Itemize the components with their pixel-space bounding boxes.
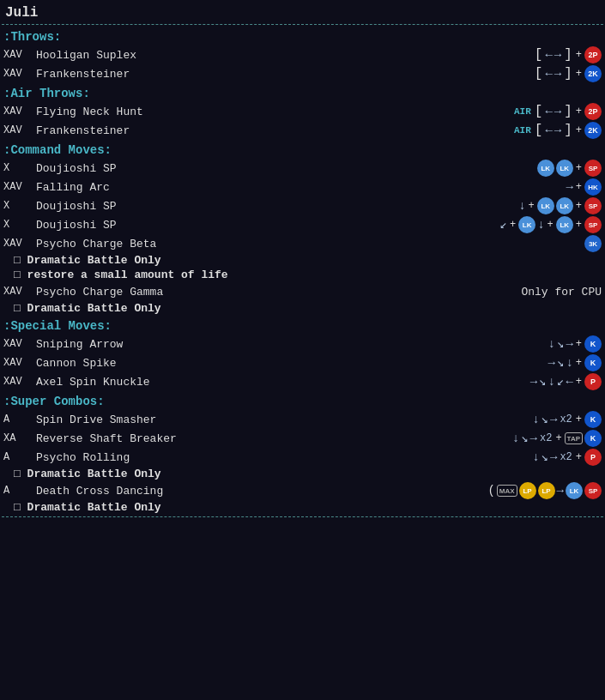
arrow-downright: ↘ (557, 338, 564, 350)
plus-sign: + (576, 338, 582, 350)
move-name: Doujioshi SP (36, 200, 518, 213)
bracket-close: ] (564, 66, 572, 81)
arrow-down: ↓ (548, 338, 555, 350)
top-divider (2, 24, 603, 25)
section-special-moves: :Special Moves: (2, 316, 603, 335)
move-sniping-arrow: XAV Sniping Arrow ↓ ↘ → + K (2, 335, 603, 353)
section-command-moves: :Command Moves: (2, 140, 603, 159)
arrow-left: ← (566, 376, 572, 388)
move-doujioshi-3: X Doujioshi SP ↙ + LK ↓ + LK + SP (2, 215, 603, 234)
btn-lk: LK (566, 482, 583, 499)
plus-sign: + (510, 219, 516, 231)
move-version: X (3, 200, 36, 212)
move-cannon-spike: XAV Cannon Spike → ↘ ↓ + K (2, 353, 603, 372)
move-version: XAV (3, 376, 36, 388)
bracket-open: [ (535, 123, 543, 138)
move-frankensteiner-1: XAV Frankensteiner [ ← → ] + 2K (2, 64, 603, 83)
note-dramatic-2: □ Dramatic Battle Only (2, 301, 603, 316)
move-flying-neck-hunt: XAV Flying Neck Hunt AIR [ ← → ] + 2P (2, 102, 603, 121)
move-inputs: AIR [ ← → ] + 2K (514, 122, 602, 139)
btn-max: MAX (497, 485, 517, 497)
move-inputs: LK LK + SP (537, 160, 602, 177)
btn-p: P (584, 449, 602, 466)
air-badge: AIR (514, 125, 531, 136)
move-inputs: ↙ + LK ↓ + LK + SP (500, 216, 602, 233)
btn-lp: LP (519, 482, 536, 499)
move-spin-drive-smasher: A Spin Drive Smasher ↓ ↘ → x2 + K (2, 410, 603, 429)
move-inputs: [ ← → ] + 2P (534, 46, 602, 63)
arrow-downright: ↘ (539, 376, 546, 388)
btn-2k: 2K (584, 122, 602, 139)
move-inputs: ( MAX LP LP → LK SP (487, 482, 602, 499)
note-dramatic-4: □ Dramatic Battle Only (2, 500, 603, 515)
btn-tap: TAP (565, 432, 583, 444)
btn-lk: LK (537, 160, 554, 177)
note-restore: □ restore a small amount of life (2, 268, 603, 282)
char-title: Juli (2, 3, 603, 22)
btn-k: K (584, 430, 602, 447)
plus-sign: + (576, 124, 582, 136)
bottom-divider (2, 516, 603, 517)
btn-sp: SP (584, 197, 602, 214)
air-badge: AIR (514, 106, 531, 117)
arrow-down: ↓ (532, 413, 539, 425)
move-name: Cannon Spike (36, 357, 548, 370)
x2-text: x2 (560, 451, 572, 463)
move-frankensteiner-air: XAV Frankensteiner AIR [ ← → ] + 2K (2, 121, 603, 140)
plus-sign: + (576, 357, 582, 369)
btn-hk: HK (584, 178, 602, 196)
move-name: Flying Neck Hunt (36, 106, 514, 118)
bracket-open: [ (535, 66, 543, 81)
note-dramatic-3: □ Dramatic Battle Only (2, 467, 603, 481)
plus-sign: + (555, 432, 561, 444)
section-super-combos: :Super Combos: (2, 391, 603, 410)
move-doujioshi-2: X Doujioshi SP ↓ + LK LK + SP (2, 196, 603, 215)
move-name: Psycho Charge Beta (36, 238, 584, 250)
section-throws: :Throws: (2, 27, 603, 45)
move-version: XAV (3, 106, 36, 118)
arrow-right: → (550, 413, 557, 425)
move-version: XA (3, 432, 36, 444)
plus-sign: + (576, 68, 582, 80)
note-dramatic-1: □ Dramatic Battle Only (2, 253, 603, 268)
plus-sign: + (576, 181, 582, 193)
btn-sp: SP (584, 160, 602, 177)
plus-sign: + (529, 200, 535, 212)
move-name: Reverse Shaft Breaker (36, 432, 512, 445)
arrow-right: → (548, 357, 555, 369)
move-name: Spin Drive Smasher (36, 413, 532, 426)
plus-sign: + (548, 219, 554, 231)
btn-lk: LK (556, 216, 573, 233)
move-name: Doujioshi SP (36, 162, 537, 175)
move-name: Frankensteiner (36, 124, 514, 137)
plus-sign: + (576, 49, 582, 61)
arrow-back: ← (545, 106, 552, 118)
arrow-downright: ↘ (541, 451, 548, 463)
move-hooligan-suplex: XAV Hooligan Suplex [ ← → ] + 2P (2, 45, 603, 64)
move-inputs: Only for CPU (504, 286, 602, 299)
move-version: X (3, 162, 36, 174)
plus-sign: + (576, 451, 582, 463)
arrow-down: ↓ (532, 451, 539, 463)
plus-sign: + (576, 219, 582, 231)
arrow-back: ← (545, 124, 552, 136)
arrow-right: → (550, 451, 557, 463)
arrow-down: ↓ (537, 219, 544, 231)
move-psycho-charge-gamma: XAV Psycho Charge Gamma Only for CPU (2, 282, 603, 301)
paren-open: ( (487, 484, 494, 498)
move-version: XAV (3, 49, 36, 61)
arrow-right: → (566, 338, 572, 350)
move-inputs: ↓ ↘ → x2 + P (532, 449, 602, 466)
move-inputs: ↓ ↘ → x2 + K (532, 411, 602, 428)
move-death-cross-dancing: A Death Cross Dancing ( MAX LP LP → LK S… (2, 481, 603, 500)
move-version: XAV (3, 124, 36, 136)
move-falling-arc: XAV Falling Arc → + HK (2, 178, 603, 196)
bracket-close: ] (564, 104, 572, 119)
btn-k: K (584, 335, 602, 353)
move-inputs: AIR [ ← → ] + 2P (514, 103, 602, 120)
btn-k: K (584, 354, 602, 371)
move-name: Frankensteiner (36, 68, 534, 81)
btn-2p: 2P (584, 103, 602, 120)
bracket-close: ] (564, 123, 572, 138)
move-version: XAV (3, 357, 36, 369)
